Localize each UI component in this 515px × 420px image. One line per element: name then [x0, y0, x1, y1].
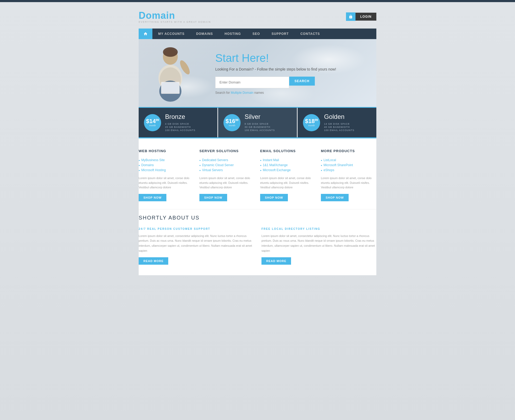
pricing-name-golden: Golden	[324, 113, 371, 120]
hero-multiple-text: Search for Multiple Domain names	[215, 91, 336, 95]
domain-search-form: SEARCH	[215, 77, 336, 88]
service-more-products-links: ListLocal Microsoft SharePoint eShops	[321, 158, 376, 172]
pricing-features-golden: 14 GB DISK SPACE 40 GB BANDWIDTH 100 EMA…	[324, 123, 371, 132]
nav-hosting[interactable]: HOSTING	[219, 29, 247, 39]
link-dynamic-cloud[interactable]: Dynamic Cloud Server	[199, 163, 255, 167]
shop-now-more-products[interactable]: SHOP NOW	[321, 194, 349, 201]
service-server-solutions-desc: Lorem ipsum dolor sit amet, conse dolo e…	[199, 176, 255, 190]
link-mybusiness[interactable]: MyBusiness Site	[139, 158, 194, 162]
price-amount-bronze: $1499	[146, 118, 159, 124]
header-right: LOGIN	[346, 12, 376, 21]
about-customer-support-text: Lorem ipsum dolor sit amet, consectetur …	[139, 234, 254, 253]
main-nav: MY ACCOUNTS DOMAINS HOSTING SEO SUPPORT …	[139, 29, 376, 39]
link-eshops[interactable]: eShops	[321, 168, 376, 172]
service-email-solutions-desc: Lorem ipsum dolor sit amet, conse dolo e…	[260, 176, 316, 190]
nav-my-accounts[interactable]: MY ACCOUNTS	[152, 29, 190, 39]
hero-multiple-prefix: Search for	[215, 91, 231, 95]
service-server-solutions-links: Dedicated Servers Dynamic Cloud Server V…	[199, 158, 255, 172]
pricing-features-silver: 8 GB DISK SPACE 30 GB BANDWIDTH 100 EMAI…	[245, 123, 292, 132]
read-more-customer-support[interactable]: READ MORE	[139, 257, 168, 265]
about-section: SHORTLY ABOUT US 24/7 REAL PERSON CUSTOM…	[139, 209, 376, 275]
feature-disk-bronze: 4 GB DISK SPACE	[165, 123, 212, 125]
shop-now-web-hosting[interactable]: SHOP NOW	[139, 194, 166, 201]
service-email-solutions-title: EMAIL SOLUTIONS	[260, 149, 316, 154]
login-icon	[346, 12, 355, 21]
pricing-golden: $1899 month Golden 14 GB DISK SPACE 40 G…	[298, 108, 376, 137]
link-mailxchange[interactable]: 1&1 MailXchange	[260, 163, 316, 167]
pricing-name-silver: Silver	[245, 113, 292, 120]
link-instant-mail[interactable]: Instant Mail	[260, 158, 316, 162]
pricing-features-bronze: 4 GB DISK SPACE 20 GB BANDWIDTH 100 EMAI…	[165, 123, 212, 132]
logo: Domain EVERYTHING STARTS WITH A GREAT DO…	[139, 10, 211, 23]
services-section: WEB HOSTING MyBusiness Site Domains Micr…	[139, 138, 376, 209]
service-email-solutions-links: Instant Mail 1&1 MailXchange Microsoft E…	[260, 158, 316, 172]
link-dedicated-servers[interactable]: Dedicated Servers	[199, 158, 255, 162]
hero-person-image	[144, 41, 202, 107]
login-button[interactable]: LOGIN	[355, 13, 376, 21]
home-icon	[143, 32, 148, 36]
about-customer-support: 24/7 REAL PERSON CUSTOMER SUPPORT Lorem …	[139, 227, 254, 265]
about-directory-listing-text: Lorem ipsum dolor sit amet, consectetur …	[261, 234, 376, 253]
feature-bandwidth-silver: 30 GB BANDWIDTH	[245, 126, 292, 128]
service-web-hosting-desc: Lorem ipsum dolor sit amet, conse dolo e…	[139, 176, 194, 190]
nav-home-button[interactable]	[139, 29, 152, 39]
feature-disk-silver: 8 GB DISK SPACE	[245, 123, 292, 125]
price-period-silver: month	[229, 124, 235, 127]
price-circle-silver: $1699 month	[223, 114, 241, 131]
header: Domain EVERYTHING STARTS WITH A GREAT DO…	[139, 7, 376, 29]
price-amount-golden: $1899	[305, 118, 318, 124]
price-amount-silver: $1699	[226, 118, 238, 124]
price-circle-golden: $1899 month	[303, 114, 320, 131]
pricing-section: $1499 month Bronze 4 GB DISK SPACE 20 GB…	[139, 108, 376, 137]
link-virtual-servers[interactable]: Virtual Servers	[199, 168, 255, 172]
logo-tagline: EVERYTHING STARTS WITH A GREAT DOMAIN	[139, 21, 211, 23]
price-circle-bronze: $1499 month	[144, 114, 161, 131]
service-email-solutions: EMAIL SOLUTIONS Instant Mail 1&1 MailXch…	[260, 149, 316, 201]
hero-title: Start Here!	[215, 52, 336, 64]
logo-rest: omain	[146, 10, 175, 21]
service-server-solutions: SERVER SOLUTIONS Dedicated Servers Dynam…	[199, 149, 255, 201]
lock-icon	[349, 15, 353, 19]
link-domains[interactable]: Domains	[139, 163, 194, 167]
domain-search-input[interactable]	[215, 77, 289, 88]
logo-letter: D	[139, 10, 146, 21]
about-grid: 24/7 REAL PERSON CUSTOMER SUPPORT Lorem …	[139, 227, 376, 265]
pricing-info-bronze: Bronze 4 GB DISK SPACE 20 GB BANDWIDTH 1…	[165, 113, 212, 132]
service-web-hosting-title: WEB HOSTING	[139, 149, 194, 154]
read-more-directory-listing[interactable]: READ MORE	[261, 257, 291, 265]
services-grid: WEB HOSTING MyBusiness Site Domains Micr…	[139, 149, 376, 201]
domain-search-button[interactable]: SEARCH	[289, 77, 315, 86]
service-web-hosting: WEB HOSTING MyBusiness Site Domains Micr…	[139, 149, 194, 201]
nav-seo[interactable]: SEO	[247, 29, 266, 39]
nav-contacts[interactable]: CONTACTS	[294, 29, 326, 39]
top-bar	[0, 0, 515, 2]
shop-now-email-solutions[interactable]: SHOP NOW	[260, 194, 288, 201]
nav-domains[interactable]: DOMAINS	[190, 29, 219, 39]
shop-now-server-solutions[interactable]: SHOP NOW	[199, 194, 227, 201]
about-customer-support-heading: 24/7 REAL PERSON CUSTOMER SUPPORT	[139, 227, 254, 230]
link-sharepoint[interactable]: Microsoft SharePoint	[321, 163, 376, 167]
feature-bandwidth-golden: 40 GB BANDWIDTH	[324, 126, 371, 128]
svg-point-1	[163, 47, 178, 57]
link-microsoft-exchange[interactable]: Microsoft Exchange	[260, 168, 316, 172]
hero-subtitle: Looking For a Domain? - Follow the simpl…	[215, 67, 336, 71]
price-period-bronze: month	[149, 124, 156, 127]
feature-bandwidth-bronze: 20 GB BANDWIDTH	[165, 126, 212, 128]
pricing-info-silver: Silver 8 GB DISK SPACE 30 GB BANDWIDTH 1…	[245, 113, 292, 132]
link-listlocal[interactable]: ListLocal	[321, 158, 376, 162]
about-directory-listing: FREE LOCAL DIRECTORY LISTING Lorem ipsum…	[261, 227, 376, 265]
pricing-name-bronze: Bronze	[165, 113, 212, 120]
service-more-products-title: MORE PRODUCTS	[321, 149, 376, 154]
nav-support[interactable]: SUPPORT	[266, 29, 294, 39]
link-microsoft-hosting[interactable]: Microsoft Hosting	[139, 168, 194, 172]
about-directory-listing-heading: FREE LOCAL DIRECTORY LISTING	[261, 227, 376, 230]
price-period-golden: month	[308, 124, 315, 127]
hero-multiple-link[interactable]: Multiple Domain	[231, 91, 254, 95]
pricing-bronze: $1499 month Bronze 4 GB DISK SPACE 20 GB…	[139, 108, 217, 137]
hero-content: Start Here! Looking For a Domain? - Foll…	[207, 41, 344, 105]
service-more-products-desc: Lorem ipsum dolor sit amet, conse dolo e…	[321, 176, 376, 190]
about-title: SHORTLY ABOUT US	[139, 215, 376, 221]
feature-email-bronze: 100 EMAIL ACCOUNTS	[165, 129, 212, 132]
feature-email-silver: 100 EMAIL ACCOUNTS	[245, 129, 292, 132]
service-server-solutions-title: SERVER SOLUTIONS	[199, 149, 255, 154]
